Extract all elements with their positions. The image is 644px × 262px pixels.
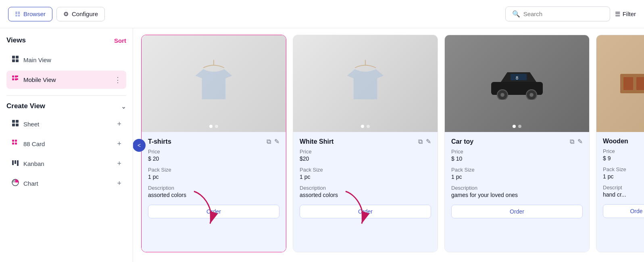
filter-icon: ☰	[615, 10, 620, 18]
edit-icon-2[interactable]: ✎	[426, 138, 431, 145]
filter-button[interactable]: ☰ Filter	[615, 10, 636, 18]
svg-point-28	[500, 93, 504, 97]
card-title-4: Wooden	[603, 138, 628, 145]
svg-rect-17	[15, 143, 17, 145]
expand-icon-3[interactable]: ⧉	[570, 138, 574, 145]
browser-button[interactable]: ☷ Browser	[8, 7, 52, 21]
edit-icon-3[interactable]: ✎	[577, 138, 583, 145]
card-body-tshirts: T-shirts ⧉ ✎ Price $ 20 Pack Size 1 pc	[142, 132, 286, 252]
svg-rect-20	[17, 160, 19, 166]
price-field: Price $ 20	[148, 149, 279, 162]
mobile-view-label: Mobile View	[23, 76, 110, 83]
chevron-down-icon: ⌄	[121, 103, 126, 110]
card-actions-2: ⧉ ✎	[418, 138, 431, 145]
card-title-row: T-shirts ⧉ ✎	[148, 138, 279, 145]
card-actions-3: ⧉ ✎	[570, 138, 583, 145]
svg-rect-2	[12, 59, 15, 62]
pack-size-field: Pack Size 1 pc	[148, 167, 279, 180]
configure-button[interactable]: ⚙ Configure	[56, 7, 105, 21]
pie-chart-icon	[11, 178, 19, 189]
svg-rect-4	[12, 75, 14, 78]
more-icon[interactable]: ⋮	[114, 75, 121, 84]
card-image-wooden	[596, 35, 644, 132]
edit-icon[interactable]: ✎	[274, 138, 279, 145]
svg-text:8: 8	[516, 75, 518, 80]
create-view-kanban[interactable]: Kanban +	[6, 155, 126, 173]
svg-rect-6	[12, 78, 14, 80]
main-view-label: Main View	[23, 57, 121, 63]
card-title: T-shirts	[148, 138, 171, 145]
browser-icon: ☷	[15, 10, 20, 18]
svg-rect-11	[16, 120, 19, 123]
expand-icon-2[interactable]: ⧉	[418, 138, 423, 145]
svg-point-30	[529, 93, 534, 97]
card-actions: ⧉ ✎	[267, 138, 279, 145]
card-image-tshirts	[142, 35, 286, 132]
cards-scroll: T-shirts ⧉ ✎ Price $ 20 Pack Size 1 pc	[133, 28, 644, 262]
sheet-plus-icon[interactable]: +	[117, 120, 121, 128]
svg-rect-16	[12, 143, 14, 145]
product-card-tshirts: T-shirts ⧉ ✎ Price $ 20 Pack Size 1 pc	[141, 35, 286, 252]
sort-button[interactable]: Sort	[114, 37, 126, 44]
svg-rect-1	[16, 56, 19, 59]
svg-rect-18	[12, 160, 14, 165]
sheet-label: Sheet	[23, 121, 113, 128]
card-image-white-shirt	[293, 35, 438, 132]
order-button-wooden[interactable]: Orde	[603, 204, 644, 218]
views-section-header: Views Sort	[6, 36, 126, 44]
chart-plus-icon[interactable]: +	[117, 179, 121, 188]
price-field-2: Price $20	[300, 149, 431, 162]
expand-icon[interactable]: ⧉	[267, 138, 271, 145]
card-title-row-3: Car toy ⧉ ✎	[451, 138, 583, 145]
search-icon: 🔍	[512, 10, 520, 18]
card-grid-icon	[11, 139, 19, 149]
create-view-section-header[interactable]: Create View ⌄	[6, 102, 126, 110]
svg-rect-0	[12, 56, 15, 59]
order-button-white-shirt[interactable]: Order	[300, 205, 431, 218]
card-title-row-4: Wooden	[603, 138, 644, 145]
search-box[interactable]: 🔍	[505, 6, 610, 21]
description-field: Description assorted colors	[148, 185, 279, 198]
order-button-car-toy[interactable]: Order	[451, 205, 583, 218]
card-plus-icon[interactable]: +	[117, 140, 121, 148]
toolbar-right: 🔍 ☰ Filter	[505, 6, 636, 21]
kanban-icon	[11, 159, 19, 169]
card-title-2: White Shirt	[300, 138, 333, 145]
svg-rect-3	[16, 59, 19, 62]
card-title-3: Car toy	[451, 138, 473, 145]
configure-label: Configure	[72, 10, 98, 17]
create-view-chart[interactable]: Chart +	[6, 174, 126, 193]
sidebar-item-main-view[interactable]: Main View	[6, 51, 126, 69]
svg-rect-35	[636, 77, 644, 90]
chart-label: Chart	[23, 180, 113, 187]
card-body-white-shirt: White Shirt ⧉ ✎ Price $20 Pack Size 1 pc	[293, 132, 438, 252]
gear-icon: ⚙	[63, 10, 69, 18]
grid-icon	[11, 55, 19, 65]
sidebar-item-mobile-view[interactable]: Mobile View ⋮	[6, 71, 126, 89]
svg-rect-12	[12, 124, 15, 126]
create-view-card[interactable]: 88 Card +	[6, 135, 126, 153]
description-field-3: Description games for your loved ones	[451, 185, 583, 198]
sidebar-collapse-button[interactable]: <	[133, 139, 146, 152]
sheet-grid-icon	[11, 119, 19, 129]
create-view-title: Create View	[6, 102, 45, 110]
create-view-sheet[interactable]: Sheet +	[6, 115, 126, 133]
grid4-icon	[11, 75, 19, 85]
kanban-label: Kanban	[23, 160, 113, 167]
svg-rect-34	[623, 77, 633, 90]
card-title-row-2: White Shirt ⧉ ✎	[300, 138, 431, 145]
pack-size-field-2: Pack Size 1 pc	[300, 167, 431, 180]
product-card-car-toy: 8 Car toy ⧉ ✎	[444, 35, 590, 252]
order-button-tshirts[interactable]: Order	[148, 205, 279, 218]
sidebar: Views Sort Main View	[0, 28, 133, 262]
svg-rect-9	[17, 78, 18, 80]
views-list: Main View Mobile View ⋮	[6, 51, 126, 89]
top-bar: ☷ Browser ⚙ Configure 🔍 ☰ Filter	[0, 0, 644, 28]
search-input[interactable]	[523, 10, 603, 17]
svg-rect-8	[17, 75, 18, 77]
kanban-plus-icon[interactable]: +	[117, 159, 121, 168]
card-body-car-toy: Car toy ⧉ ✎ Price $ 10 Pack Size 1 pc	[445, 132, 589, 252]
svg-rect-31	[511, 74, 527, 80]
toolbar-left: ☷ Browser ⚙ Configure	[8, 7, 500, 21]
svg-rect-14	[12, 140, 14, 142]
